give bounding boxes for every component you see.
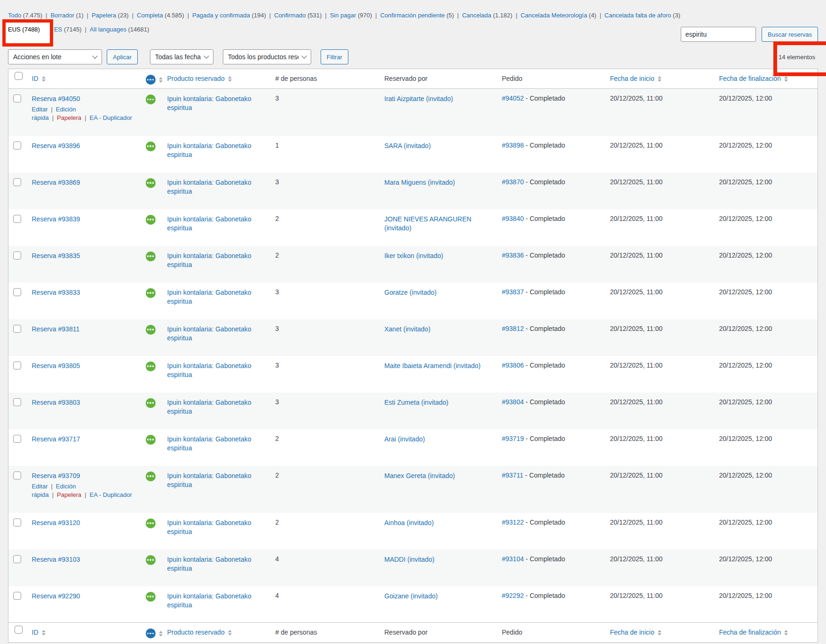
- customer-link[interactable]: Goizane (invitado): [385, 592, 493, 601]
- duplicate-link[interactable]: EA - Duplicador: [89, 491, 132, 498]
- duplicate-link[interactable]: EA - Duplicador: [89, 114, 132, 121]
- status-bubble-icon[interactable]: [146, 361, 156, 371]
- product-link[interactable]: Ipuin kontalaria: Gabonetako espiritua: [167, 215, 266, 233]
- row-checkbox[interactable]: [13, 398, 21, 406]
- reservation-link[interactable]: Reserva #93835: [32, 251, 136, 260]
- product-link[interactable]: Ipuin kontalaria: Gabonetako espiritua: [167, 555, 266, 573]
- status-filter-link[interactable]: Todo (7.475): [8, 12, 42, 19]
- comment-bubble-icon[interactable]: [146, 75, 156, 85]
- product-link[interactable]: Ipuin kontalaria: Gabonetako espiritua: [167, 398, 266, 416]
- reservation-link[interactable]: Reserva #93839: [32, 215, 136, 224]
- row-checkbox[interactable]: [13, 215, 21, 223]
- status-filter-link[interactable]: Completa (4.585): [137, 12, 184, 19]
- product-link[interactable]: Ipuin kontalaria: Gabonetako espiritua: [167, 94, 266, 112]
- bulk-actions-select[interactable]: Acciones en lote: [8, 49, 102, 64]
- customer-link[interactable]: JONE NIEVES ARANGUREN (invitado): [385, 215, 493, 233]
- reservation-link[interactable]: Reserva #93120: [32, 518, 136, 527]
- edit-link[interactable]: Editar: [32, 106, 48, 113]
- status-bubble-icon[interactable]: [146, 178, 156, 188]
- status-filter-link[interactable]: Confirmación pendiente (5): [380, 12, 454, 19]
- order-link[interactable]: #93122: [502, 518, 524, 526]
- comment-bubble-icon[interactable]: [146, 628, 156, 638]
- status-filter-link[interactable]: Borrador (1): [50, 12, 83, 19]
- column-header-producto[interactable]: Producto reservado: [167, 628, 225, 636]
- customer-link[interactable]: MADDI (invitado): [385, 555, 493, 564]
- customer-link[interactable]: Arai (invitado): [385, 435, 493, 444]
- column-header-fin[interactable]: Fecha de finalización: [719, 75, 781, 82]
- row-checkbox[interactable]: [13, 435, 21, 443]
- column-header-fin[interactable]: Fecha de finalización: [719, 628, 781, 636]
- column-header-producto[interactable]: Producto reservado: [167, 75, 225, 82]
- product-link[interactable]: Ipuin kontalaria: Gabonetako espiritua: [167, 361, 266, 379]
- order-link[interactable]: #94052: [502, 94, 524, 102]
- filter-button[interactable]: Filtrar: [321, 49, 348, 64]
- order-link[interactable]: #93806: [502, 361, 524, 369]
- customer-link[interactable]: Maite Ibaieta Aramendi (invitado): [385, 361, 493, 370]
- product-link[interactable]: Ipuin kontalaria: Gabonetako espiritua: [167, 141, 266, 159]
- product-link[interactable]: Ipuin kontalaria: Gabonetako espiritua: [167, 471, 266, 489]
- trash-link[interactable]: Papelera: [57, 114, 81, 121]
- order-link[interactable]: #93104: [502, 555, 524, 563]
- dates-filter-select[interactable]: Todas las fechas: [150, 49, 213, 64]
- reservation-link[interactable]: Reserva #93103: [32, 555, 136, 564]
- row-checkbox[interactable]: [13, 251, 21, 259]
- row-checkbox[interactable]: [13, 178, 21, 186]
- status-filter-link[interactable]: Papelera (23): [92, 12, 129, 19]
- status-bubble-icon[interactable]: [146, 215, 156, 225]
- column-header-inicio[interactable]: Fecha de inicio: [610, 75, 654, 82]
- status-filter-link[interactable]: Pagada y confirmada (194): [192, 12, 266, 19]
- customer-link[interactable]: Xanet (invitado): [385, 325, 493, 334]
- trash-link[interactable]: Papelera: [57, 491, 81, 498]
- status-bubble-icon[interactable]: [146, 471, 156, 481]
- status-bubble-icon[interactable]: [146, 398, 156, 408]
- customer-link[interactable]: Mara Miguens (invitado): [385, 178, 493, 187]
- status-filter-link[interactable]: Cancelada Meteorología (4): [520, 12, 596, 19]
- reservation-link[interactable]: Reserva #93709: [32, 471, 136, 480]
- status-filter-link[interactable]: Cancelada falta de aforo (3): [605, 12, 680, 19]
- reservation-link[interactable]: Reserva #93805: [32, 361, 136, 370]
- status-bubble-icon[interactable]: [146, 518, 156, 528]
- reservation-link[interactable]: Reserva #93717: [32, 435, 136, 444]
- order-link[interactable]: #93898: [502, 141, 524, 149]
- order-link[interactable]: #93870: [502, 178, 524, 186]
- order-link[interactable]: #93804: [502, 398, 524, 406]
- status-bubble-icon[interactable]: [146, 435, 156, 445]
- language-filter-link[interactable]: ES (7145): [54, 26, 82, 33]
- row-checkbox[interactable]: [13, 592, 21, 600]
- row-checkbox[interactable]: [13, 288, 21, 296]
- search-button[interactable]: Buscar reservas: [762, 27, 818, 42]
- customer-link[interactable]: Ainhoa (invitado): [385, 518, 493, 527]
- product-link[interactable]: Ipuin kontalaria: Gabonetako espiritua: [167, 592, 266, 610]
- row-checkbox[interactable]: [13, 94, 21, 102]
- reservation-link[interactable]: Reserva #93833: [32, 288, 136, 297]
- row-checkbox[interactable]: [13, 518, 21, 526]
- order-link[interactable]: #93837: [502, 288, 524, 296]
- column-header-id[interactable]: ID: [32, 628, 39, 636]
- status-bubble-icon[interactable]: [146, 141, 156, 151]
- column-header-inicio[interactable]: Fecha de inicio: [610, 628, 654, 636]
- apply-button[interactable]: Aplicar: [107, 49, 138, 64]
- reservation-link[interactable]: Reserva #93896: [32, 141, 136, 150]
- product-link[interactable]: Ipuin kontalaria: Gabonetako espiritua: [167, 178, 266, 196]
- select-all-checkbox[interactable]: [15, 626, 23, 634]
- status-filter-link[interactable]: Confirmado (531): [274, 12, 322, 19]
- product-link[interactable]: Ipuin kontalaria: Gabonetako espiritua: [167, 325, 266, 343]
- reservation-link[interactable]: Reserva #94050: [32, 94, 136, 103]
- status-filter-link[interactable]: Sin pagar (970): [330, 12, 372, 19]
- product-link[interactable]: Ipuin kontalaria: Gabonetako espiritua: [167, 518, 266, 536]
- customer-link[interactable]: Goratze (invitado): [385, 288, 493, 297]
- order-link[interactable]: #93812: [502, 325, 524, 332]
- column-header-id[interactable]: ID: [32, 75, 39, 82]
- status-bubble-icon[interactable]: [146, 325, 156, 335]
- product-link[interactable]: Ipuin kontalaria: Gabonetako espiritua: [167, 288, 266, 306]
- customer-link[interactable]: Iker txikon (invitado): [385, 251, 493, 260]
- product-link[interactable]: Ipuin kontalaria: Gabonetako espiritua: [167, 435, 266, 453]
- reservation-link[interactable]: Reserva #93811: [32, 325, 136, 334]
- search-input[interactable]: [681, 27, 756, 42]
- customer-link[interactable]: Irati Aizpitarte (invitado): [385, 94, 493, 103]
- products-filter-select[interactable]: Todos los productos reser: [223, 49, 311, 64]
- status-bubble-icon[interactable]: [146, 288, 156, 298]
- product-link[interactable]: Ipuin kontalaria: Gabonetako espiritua: [167, 251, 266, 269]
- reservation-link[interactable]: Reserva #93869: [32, 178, 136, 187]
- order-link[interactable]: #92292: [502, 592, 524, 599]
